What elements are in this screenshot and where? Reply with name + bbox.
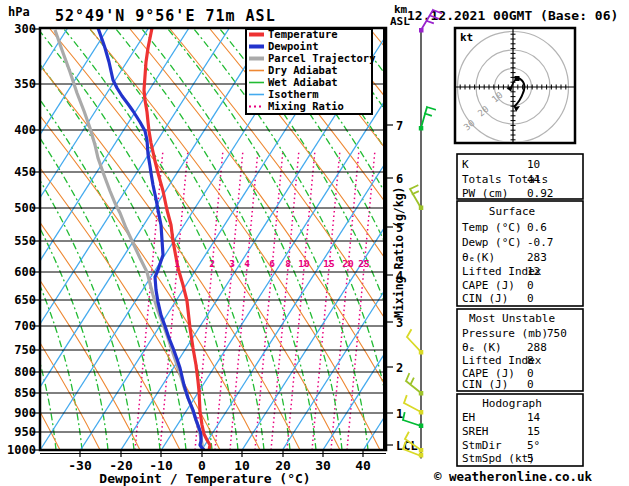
pressure-tick: 750 [14,343,36,357]
skewt-diagram: hPa 52°49'N 9°56'E 71m ASL km ASL 12.12.… [0,0,629,486]
pressure-tick: 450 [14,165,36,179]
temp-tick: 40 [355,458,371,473]
temperature-curve [144,28,210,450]
pressure-tick: 550 [14,234,36,248]
hodograph: 10 20 30 kt [455,28,575,143]
hodo-value: 15 [527,425,540,438]
mixing-label: 8 [285,258,291,269]
hodo-label: StmSpd (kt) [462,452,535,465]
legend: Temperature Dewpoint Parcel Trajectory D… [246,28,376,114]
hodo-value: 14 [527,411,541,424]
credit-line: © weatheronline.co.uk [434,469,593,484]
pressure-unit-label: hPa [8,5,30,19]
surface-label: CAPE (J) [462,279,515,292]
pressure-tick: 500 [14,201,36,215]
pressure-tick: 700 [14,319,36,333]
hodograph-unit-label: kt [460,31,473,44]
sounding-page: { "header": { "pressure_unit": "hPa", "s… [0,0,629,486]
pressure-tick: 950 [14,425,36,439]
most-unstable-table: Most Unstable Pressure (mb) 750 θₑ (K) 2… [457,309,583,391]
pressure-tick: 600 [14,265,36,279]
surface-value: 0.6 [527,221,547,234]
pressure-tick: 900 [14,406,36,420]
hodograph-stats-title: Hodograph [482,397,542,410]
index-value: 44 [527,173,541,186]
x-axis-title: Dewpoint / Temperature (°C) [99,471,310,486]
mixing-label: 6 [269,258,275,269]
mu-value: 288 [527,341,547,354]
mixing-label: 3 [229,258,235,269]
mixing-label: 10 [298,258,310,269]
index-label: PW (cm) [462,187,508,200]
index-label: K [462,158,469,171]
hodo-value: 5 [527,452,534,465]
surface-label: Dewp (°C) [462,236,522,249]
surface-label: CIN (J) [462,292,508,305]
mu-value: 750 [547,327,567,340]
hodo-label: StmDir [462,439,502,452]
surface-value: -0.7 [527,236,554,249]
surface-value: 0 [527,292,534,305]
pressure-tick-labels: 300 350 400 450 500 550 600 650 700 750 … [7,22,36,457]
surface-table: Surface Temp (°C) 0.6 Dewp (°C) -0.7 θₑ(… [457,201,583,306]
legend-item-mixing-ratio: Mixing Ratio [268,100,344,112]
temp-tick: -30 [68,458,92,473]
legend-item-dry-adiabat: Dry Adiabat [268,64,338,76]
pressure-tick: 1000 [7,443,36,457]
km-tick: 7 [396,119,403,133]
surface-label: Temp (°C) [462,221,522,234]
indices-table: K 10 Totals Totals 44 PW (cm) 0.92 [457,154,583,200]
mu-value: 0 [527,378,534,391]
mu-label: CIN (J) [462,378,508,391]
surface-value: 0 [527,279,534,292]
mixing-label: 20 [342,258,354,269]
mixing-label: 4 [244,258,250,269]
hodo-label: EH [462,411,475,424]
wind-barb [403,413,423,428]
km-tick: 6 [396,172,403,186]
pressure-tick: 300 [14,22,36,36]
hodo-value: 5° [527,439,540,452]
mixing-label: 1 [174,258,180,269]
legend-item-wet-adiabat: Wet Adiabat [268,76,338,88]
wind-barb-column [403,10,441,458]
mixing-label: 25 [358,258,370,269]
mu-label: θₑ (K) [462,341,502,354]
run-date: 12.12.2021 00GMT (Base: 06) [407,8,618,23]
legend-item-temperature: Temperature [268,28,338,40]
mixing-axis-title: Mixing Ratio (g/kg) [392,186,406,318]
station-title: 52°49'N 9°56'E 71m ASL [55,7,276,25]
mu-label: Pressure (mb) [462,327,548,340]
index-value: 10 [527,158,540,171]
hodograph-stats-table: Hodograph EH 14 SREH 15 StmDir 5° StmSpd… [457,394,583,466]
mixing-label: 15 [323,258,335,269]
index-value: 0.92 [527,187,554,200]
mixing-label: 2 [209,258,215,269]
km-tick: 2 [396,361,403,375]
mu-value: 8 [527,354,534,367]
surface-label: θₑ(K) [462,251,495,264]
legend-item-dewpoint: Dewpoint [268,40,319,52]
pressure-tick: 400 [14,123,36,137]
hodo-label: SREH [462,425,489,438]
pressure-tick: 800 [14,365,36,379]
most-unstable-title: Most Unstable [469,312,555,325]
pressure-tick: 350 [14,77,36,91]
pressure-tick: 650 [14,293,36,307]
temp-tick: 30 [315,458,331,473]
legend-item-parcel: Parcel Trajectory [268,52,376,64]
pressure-tick: 850 [14,386,36,400]
parcel-trajectory-curve [55,30,203,450]
legend-item-isotherm: Isotherm [268,88,319,100]
surface-table-title: Surface [489,205,535,218]
km-tick: 1 [396,407,403,421]
surface-value: 12 [527,265,540,278]
surface-value: 283 [527,251,547,264]
